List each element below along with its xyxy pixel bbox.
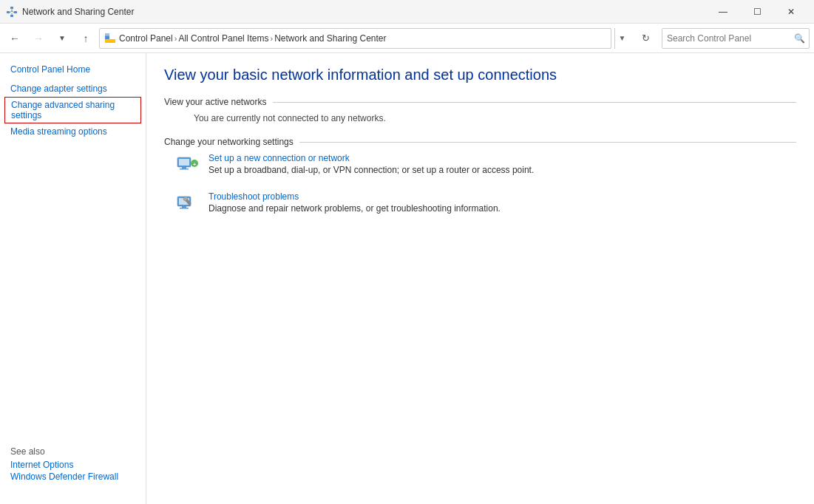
search-input[interactable] [662,28,810,49]
address-dropdown-button[interactable]: ▼ [614,28,629,49]
svg-rect-3 [10,15,13,17]
svg-rect-0 [10,7,13,9]
active-networks-header: View your active networks [164,97,796,107]
windows-defender-firewall-link[interactable]: Windows Defender Firewall [10,471,135,482]
troubleshoot-link[interactable]: Troubleshoot problems [208,191,501,202]
active-networks-line [273,102,796,103]
content-area: View your basic network information and … [146,53,814,504]
net-item-troubleshoot: Troubleshoot problems Diagnose and repai… [176,191,796,217]
setup-connection-link[interactable]: Set up a new connection or network [208,153,534,163]
svg-text:+: + [193,161,197,168]
page-title: View your basic network information and … [164,67,796,84]
svg-rect-12 [179,159,189,166]
setup-connection-desc: Set up a broadband, dial-up, or VPN conn… [208,165,534,175]
troubleshoot-icon [176,193,200,217]
networking-settings-header: Change your networking settings [164,137,796,147]
internet-options-link[interactable]: Internet Options [10,460,135,470]
back-button[interactable]: ← [4,28,25,49]
net-item-troubleshoot-content: Troubleshoot problems Diagnose and repai… [208,191,501,214]
breadcrumb-part3: Network and Sharing Center [274,33,386,44]
svg-rect-19 [182,206,186,208]
search-wrap: 🔍 [659,28,810,49]
sidebar-bottom: See also Internet Options Windows Defend… [0,446,146,495]
no-network-text: You are currently not connected to any n… [194,113,796,123]
sidebar-item-change-advanced-sharing-settings[interactable]: Change advanced sharing settings [4,97,141,123]
refresh-button[interactable]: ↻ [635,28,656,49]
sidebar: Control Panel Home Change adapter settin… [0,53,146,504]
title-bar-left: Network and Sharing Center [6,6,134,18]
sidebar-item-change-adapter-settings[interactable]: Change adapter settings [0,81,146,96]
breadcrumb-sep2: › [270,34,273,43]
net-item-setup: + Set up a new connection or network Set… [176,153,796,178]
breadcrumb-part1: Control Panel [119,33,173,44]
title-bar-network-icon [6,6,18,18]
svg-rect-20 [180,208,189,209]
address-path[interactable]: Control Panel › All Control Panel Items … [99,28,611,49]
title-bar-controls: — ☐ ✕ [706,0,808,24]
title-bar-title: Network and Sharing Center [22,7,134,17]
active-networks-label: View your active networks [164,97,267,107]
address-bar: ← → ▼ ↑ Control Panel › All Control Pane… [0,24,814,53]
svg-rect-8 [105,35,109,39]
sidebar-top: Control Panel Home Change adapter settin… [0,62,146,139]
breadcrumb-part2: All Control Panel Items [178,33,268,44]
maximize-button[interactable]: ☐ [740,0,774,24]
svg-rect-13 [182,167,186,168]
svg-rect-14 [180,168,189,170]
networking-settings-line [299,142,796,143]
net-item-setup-content: Set up a new connection or network Set u… [208,153,534,175]
networking-settings-label: Change your networking settings [164,137,294,147]
forward-button[interactable]: → [28,28,49,49]
path-icon [104,33,116,44]
sidebar-item-control-panel-home[interactable]: Control Panel Home [0,62,146,77]
recent-button[interactable]: ▼ [52,28,72,49]
close-button[interactable]: ✕ [774,0,808,24]
networking-settings-section: Change your networking settings + [164,137,796,217]
main-layout: Control Panel Home Change adapter settin… [0,53,814,504]
breadcrumb-sep1: › [174,34,177,43]
see-also-label: See also [10,446,135,457]
minimize-button[interactable]: — [706,0,740,24]
sidebar-item-media-streaming-options[interactable]: Media streaming options [0,124,146,139]
setup-connection-icon: + [176,154,200,178]
troubleshoot-desc: Diagnose and repair network problems, or… [208,203,501,214]
svg-rect-10 [105,33,109,36]
title-bar: Network and Sharing Center — ☐ ✕ [0,0,814,24]
svg-rect-9 [105,39,115,43]
up-button[interactable]: ↑ [75,28,96,49]
